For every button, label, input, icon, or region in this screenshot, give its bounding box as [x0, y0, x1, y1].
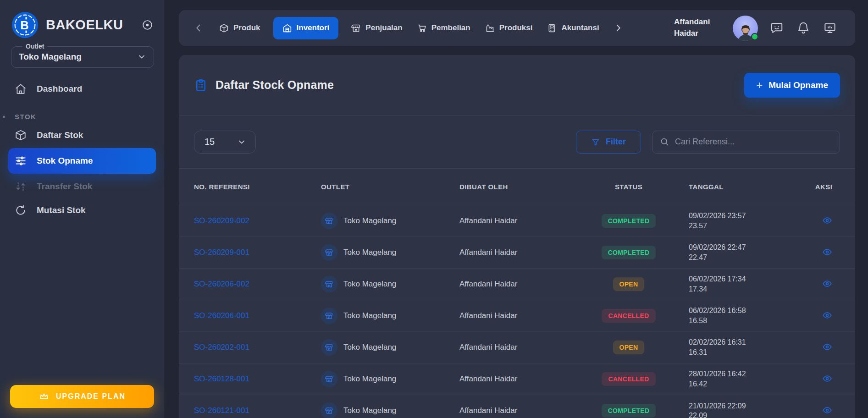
view-detail-button[interactable] — [820, 245, 834, 259]
refresh-icon — [15, 204, 27, 216]
view-detail-button[interactable] — [820, 214, 834, 227]
svg-text:B: B — [20, 19, 28, 32]
reference-link[interactable]: SO-260209-002 — [194, 216, 249, 225]
brand-row: B BAKOELKU — [0, 0, 164, 38]
view-detail-button[interactable] — [820, 340, 834, 354]
stock-opname-card: Daftar Stock Opname + Mulai Opname 15 — [179, 55, 855, 418]
reference-link[interactable]: SO-260209-001 — [194, 248, 249, 257]
outlet-select[interactable]: Outlet Toko Magelang — [11, 43, 154, 68]
reference-link[interactable]: SO-260206-001 — [194, 311, 249, 320]
tab-produksi[interactable]: Produksi — [483, 19, 535, 38]
upgrade-plan-label: UPGRADE PLAN — [56, 392, 126, 401]
store-icon — [321, 339, 337, 356]
tab-label: Penjualan — [365, 23, 402, 33]
table-row: SO-260209-002 Toko Magelang Affandani Ha… — [179, 205, 855, 236]
eye-icon — [822, 310, 832, 320]
table-row: SO-260202-001 Toko Magelang Affandani Ha… — [179, 331, 855, 363]
user-avatar[interactable] — [733, 16, 758, 41]
view-detail-button[interactable] — [820, 277, 834, 291]
table-row: SO-260128-001 Toko Magelang Affandani Ha… — [179, 363, 855, 395]
eye-icon — [822, 374, 832, 384]
eye-icon — [822, 215, 832, 226]
main-area: Produk Inventori Penjualan Pembelian — [164, 0, 868, 418]
monitor-chart-icon — [823, 21, 837, 35]
sidebar-item-daftar-stok[interactable]: Daftar Stok — [0, 123, 164, 147]
status-badge: COMPLETED — [602, 214, 656, 228]
outlet-name: Toko Magelang — [343, 248, 396, 257]
upgrade-plan-button[interactable]: UPGRADE PLAN — [10, 385, 154, 408]
date-text: 09/02/2026 23:57 — [689, 211, 799, 220]
view-detail-button[interactable] — [820, 372, 834, 385]
user-name: Affandani Haidar — [674, 16, 722, 39]
view-detail-button[interactable] — [820, 308, 834, 322]
status-badge: CANCELLED — [602, 372, 655, 386]
mulai-opname-label: Mulai Opname — [768, 80, 828, 90]
sidebar-collapse-button[interactable] — [142, 19, 153, 31]
table-header-row: NO. REFERENSI OUTLET DIBUAT OLEH STATUS … — [179, 169, 855, 205]
status-badge: COMPLETED — [602, 404, 656, 418]
display-mode-button[interactable] — [822, 20, 838, 36]
tab-produk[interactable]: Produk — [217, 19, 262, 38]
sidebar-item-label: Transfer Stok — [37, 182, 92, 192]
tab-pembelian[interactable]: Pembelian — [415, 19, 472, 38]
reference-link[interactable]: SO-260206-002 — [194, 280, 249, 288]
time-text: 16.42 — [689, 379, 799, 389]
store-icon — [321, 402, 337, 418]
feedback-button[interactable] — [769, 20, 785, 36]
date-text: 28/01/2026 16:42 — [689, 369, 799, 379]
search-input[interactable] — [675, 137, 832, 147]
view-detail-button[interactable] — [820, 403, 834, 417]
outlet-name: Toko Magelang — [343, 406, 396, 415]
filter-button[interactable]: Filter — [576, 131, 641, 154]
reference-link[interactable]: SO-260202-001 — [194, 343, 249, 352]
home-icon — [15, 83, 27, 95]
chat-smiley-icon — [770, 21, 784, 35]
section-label: STOK — [15, 113, 164, 121]
outlet-label: Outlet — [22, 43, 47, 50]
tab-inventori[interactable]: Inventori — [273, 17, 339, 39]
search-icon — [660, 137, 669, 147]
sidebar: B BAKOELKU Outlet Toko Magelang — [0, 0, 164, 418]
reference-link[interactable]: SO-260121-001 — [194, 406, 249, 415]
factory-icon — [485, 23, 495, 33]
nav-back-button[interactable] — [191, 23, 206, 33]
tab-akuntansi[interactable]: Akuntansi — [545, 19, 601, 38]
chevron-right-icon — [613, 23, 623, 33]
column-header-referensi: NO. REFERENSI — [179, 169, 321, 205]
table-row: SO-260206-002 Toko Magelang Affandani Ha… — [179, 268, 855, 300]
notifications-button[interactable] — [796, 20, 811, 36]
clipboard-icon — [194, 78, 208, 92]
column-header-outlet: OUTLET — [321, 169, 459, 205]
funnel-icon — [591, 138, 600, 147]
created-by: Affandani Haidar — [459, 363, 594, 395]
sidebar-item-dashboard[interactable]: Dashboard — [0, 77, 164, 101]
chevron-down-icon — [237, 138, 246, 147]
tab-penjualan[interactable]: Penjualan — [349, 19, 404, 38]
sidebar-item-transfer-stok[interactable]: Transfer Stok — [0, 175, 164, 198]
search-box — [652, 131, 840, 154]
nav-forward-button[interactable] — [612, 23, 624, 33]
shopping-cart-icon — [417, 23, 427, 33]
column-header-status: STATUS — [594, 169, 689, 205]
store-icon — [321, 371, 337, 387]
sidebar-item-label: Daftar Stok — [37, 130, 83, 140]
filter-label: Filter — [606, 137, 626, 147]
storefront-icon — [351, 23, 361, 33]
sidebar-item-label: Stok Opname — [37, 156, 93, 166]
sidebar-item-mutasi-stok[interactable]: Mutasi Stok — [0, 198, 164, 222]
mulai-opname-button[interactable]: + Mulai Opname — [744, 73, 840, 98]
outlet-value: Toko Magelang — [19, 52, 82, 62]
table-row: SO-260206-001 Toko Magelang Affandani Ha… — [179, 300, 855, 331]
created-by: Affandani Haidar — [459, 300, 594, 331]
status-badge: OPEN — [613, 341, 645, 354]
eye-icon — [822, 342, 832, 352]
column-header-tanggal: TANGGAL — [689, 169, 799, 205]
column-header-aksi: AKSI — [799, 169, 855, 205]
created-by: Affandani Haidar — [459, 236, 594, 268]
sidebar-item-stok-opname[interactable]: Stok Opname — [8, 148, 156, 174]
page-size-select[interactable]: 15 — [194, 131, 256, 154]
created-by: Affandani Haidar — [459, 331, 594, 363]
card-title-row: Daftar Stock Opname + Mulai Opname — [179, 55, 855, 115]
reference-link[interactable]: SO-260128-001 — [194, 374, 249, 383]
column-header-dibuat-oleh: DIBUAT OLEH — [459, 169, 594, 205]
